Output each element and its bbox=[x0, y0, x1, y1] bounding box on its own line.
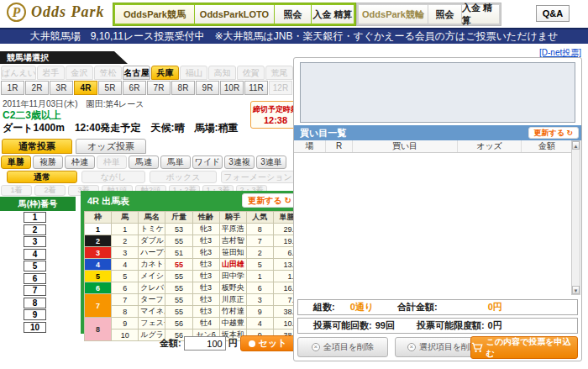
vote-mode-tab-1[interactable]: 通常投票 bbox=[2, 139, 72, 154]
waku-color-cell: 4 bbox=[85, 259, 112, 271]
race-tab-9[interactable]: 9R bbox=[196, 81, 219, 95]
bet-type-tab-7[interactable]: ワイド bbox=[192, 156, 223, 169]
waku-color-cell: 1 bbox=[85, 224, 112, 235]
race-card-col-header: 性齢 bbox=[192, 212, 219, 224]
nav-keiba-1[interactable]: OddsPark競馬 bbox=[115, 5, 194, 24]
cell-name: マイネルジュビア bbox=[139, 306, 165, 318]
bet-method-tab-3: ボックス bbox=[150, 171, 217, 183]
bet-list-refresh-button[interactable]: 更新する ↻ bbox=[528, 127, 579, 139]
delete-all-label: 全項目を削除 bbox=[323, 341, 374, 353]
cell-pop: 7 bbox=[246, 235, 273, 247]
nav-keirin-3[interactable]: 入金 精算 bbox=[462, 5, 499, 24]
race-tab-5[interactable]: 5R bbox=[98, 81, 122, 95]
bet-type-tab-2[interactable]: 複勝 bbox=[33, 156, 63, 169]
cell-pop: 2 bbox=[246, 247, 273, 259]
race-card-title: 4R 出馬表 bbox=[87, 195, 129, 208]
total-label: 合計金額: bbox=[397, 301, 438, 314]
horse-number-button-6[interactable]: 6 bbox=[24, 273, 46, 284]
race-tab-10[interactable]: 10R bbox=[220, 81, 244, 95]
cell-pop: 5 bbox=[246, 259, 273, 271]
course-tab-7: 福山 bbox=[180, 66, 207, 80]
waku-color-cell: 6 bbox=[85, 282, 112, 294]
cell-pop: 1 bbox=[246, 271, 273, 282]
race-tab-3[interactable]: 3R bbox=[50, 81, 73, 95]
bet-type-tab-9[interactable]: 3連単 bbox=[256, 156, 286, 169]
cell-jk: 平原浩 bbox=[219, 224, 246, 235]
bet-list-scrollbar[interactable]: ▲ ▼ bbox=[571, 140, 580, 295]
horse-number-button-9[interactable]: 9 bbox=[24, 309, 46, 320]
race-card-col-header: 斤量 bbox=[165, 212, 192, 224]
scroll-up-icon[interactable]: ▲ bbox=[572, 141, 580, 150]
race-tab-2[interactable]: 2R bbox=[25, 81, 49, 95]
nav-keiba-4[interactable]: 入金 精算 bbox=[312, 5, 354, 24]
cell-sx: 牡3 bbox=[192, 282, 219, 294]
set-amount-button[interactable]: セット bbox=[240, 335, 296, 351]
race-tab-6[interactable]: 6R bbox=[123, 81, 146, 95]
horse-number-button-7[interactable]: 7 bbox=[24, 285, 46, 296]
cell-num: 9 bbox=[112, 318, 139, 329]
horse-number-button-10[interactable]: 10 bbox=[24, 322, 46, 333]
odds-park-logo[interactable]: P Odds Park bbox=[7, 3, 105, 22]
vote-mode-tab-2[interactable]: オッズ投票 bbox=[76, 139, 146, 154]
bet-list-col-header-1: 場 bbox=[294, 140, 326, 152]
race-tab-4[interactable]: 4R bbox=[74, 81, 97, 95]
horse-number-button-1[interactable]: 1 bbox=[24, 212, 46, 223]
course-tab-2: 岩手 bbox=[37, 66, 65, 80]
qa-button[interactable]: Q&A bbox=[536, 5, 570, 22]
horse-number-button-3[interactable]: 3 bbox=[24, 236, 46, 247]
bet-limits-row: 投票可能回数: 99回 投票可能限度額: 0円 bbox=[297, 318, 578, 334]
cell-wt: 55 bbox=[165, 235, 192, 247]
submit-bet-button[interactable]: この内容で投票を申込む bbox=[470, 336, 578, 359]
horse-number-button-2[interactable]: 2 bbox=[24, 224, 46, 235]
refresh-icon: ↻ bbox=[285, 196, 291, 205]
bet-list-col-header-5: 金額 bbox=[522, 140, 572, 152]
race-tab-1[interactable]: 1R bbox=[1, 81, 24, 95]
delete-all-button[interactable]: × 全項目を削除 bbox=[297, 337, 388, 357]
amount-input[interactable] bbox=[184, 336, 226, 351]
cell-jk: 川原正 bbox=[219, 294, 246, 306]
horse-row-5: 55メイショウマルクル55牡3田中学11.5 bbox=[85, 271, 301, 282]
vote-mode-tabs: 通常投票オッズ投票 bbox=[2, 139, 146, 154]
course-tab-5[interactable]: 名古屋 bbox=[123, 66, 150, 80]
scroll-down-icon[interactable]: ▼ bbox=[572, 286, 580, 294]
cell-wt: 55 bbox=[165, 282, 192, 294]
cell-wt: 55 bbox=[165, 294, 192, 306]
cell-num: 10 bbox=[112, 329, 139, 341]
race-tab-11[interactable]: 11R bbox=[244, 81, 268, 95]
horse-row-8: 8マイネルジュビア55牡3竹村達938.9 bbox=[85, 306, 301, 318]
cell-num: 8 bbox=[112, 306, 139, 318]
bet-type-tab-3[interactable]: 枠連 bbox=[65, 156, 95, 169]
cell-num: 5 bbox=[112, 271, 139, 282]
bet-type-tab-1[interactable]: 単勝 bbox=[1, 156, 31, 169]
race-card-refresh-button[interactable]: 更新する ↻ bbox=[242, 193, 297, 208]
waku-color-cell: 2 bbox=[85, 235, 112, 247]
race-tab-8[interactable]: 8R bbox=[171, 81, 195, 95]
horse-number-button-8[interactable]: 8 bbox=[24, 298, 46, 308]
bet-type-tab-8[interactable]: 3連複 bbox=[224, 156, 255, 169]
cell-sx: 牡3 bbox=[192, 294, 219, 306]
horse-number-button-5[interactable]: 5 bbox=[24, 261, 46, 271]
set-button-icon bbox=[249, 340, 255, 347]
nav-keirin-2[interactable]: 照会 bbox=[428, 5, 461, 24]
course-tab-6[interactable]: 兵庫 bbox=[151, 66, 179, 80]
race-tab-7[interactable]: 7R bbox=[147, 81, 171, 95]
bet-type-tab-5[interactable]: 馬連 bbox=[129, 156, 159, 169]
bet-list-col-header-3: 買い目 bbox=[353, 140, 458, 152]
delete-selected-label: 選択項目を削除 bbox=[419, 341, 478, 353]
cell-sx: 牡3 bbox=[192, 306, 219, 318]
odds-park-logo-text: Odds Park bbox=[31, 3, 105, 21]
horse-row-2: 22ダブルエッグ55牡3吉村智719.5 bbox=[85, 235, 301, 247]
race-card-header-bar: 4R 出馬表 更新する ↻ bbox=[81, 191, 301, 211]
horse-row-1: 11トミケンルティレ53牝3平原浩829.2 bbox=[85, 224, 301, 235]
bet-type-tab-6[interactable]: 馬単 bbox=[160, 156, 191, 169]
horse-number-button-4[interactable]: 4 bbox=[24, 249, 46, 260]
bet-method-tab-1[interactable]: 通常 bbox=[7, 171, 77, 183]
cell-wt: 55 bbox=[165, 259, 192, 271]
race-card-table: 枠馬馬名斤量性齢騎手人気単勝 11トミケンルティレ53牝3平原浩829.222ダ… bbox=[84, 211, 301, 341]
nav-keiba-2[interactable]: OddsParkLOTO bbox=[195, 5, 274, 24]
nav-keiba-3[interactable]: 照会 bbox=[275, 5, 311, 24]
nav-keirin-1[interactable]: OddsPark競輪 bbox=[359, 5, 428, 24]
bet-list-title: 買い目一覧 bbox=[300, 127, 346, 140]
cell-jk: 田中学 bbox=[219, 271, 246, 282]
race-card-col-header: 枠 bbox=[85, 212, 112, 224]
